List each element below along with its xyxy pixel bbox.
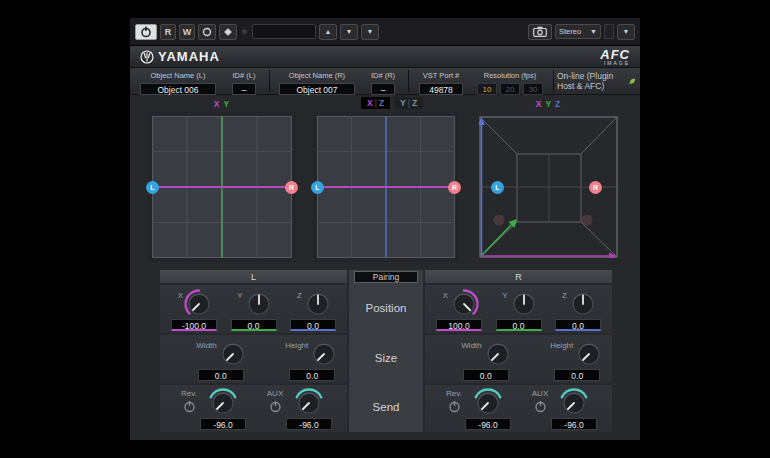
left-height-value[interactable]: 0.0 [289, 369, 335, 381]
width-knob-label: Width [458, 338, 482, 350]
left-width-group: Width 0.0 [186, 338, 256, 381]
plugin-activate-button[interactable] [135, 24, 157, 40]
power-icon[interactable] [534, 400, 547, 413]
resolution-option-20[interactable]: 20 [500, 83, 520, 95]
left-aux-knob[interactable] [293, 387, 325, 419]
left-x-knob[interactable] [183, 288, 215, 320]
leaf-icon [628, 75, 636, 88]
xyz-3d-view-panel[interactable]: L R [475, 112, 622, 262]
left-y-group: Y 0.0 [230, 288, 278, 331]
left-x-value[interactable]: -100.0 [171, 319, 217, 331]
channel-mode-select[interactable]: Stereo ▼ [555, 24, 601, 39]
right-size-row: Width 0.0 Height 0.0 [425, 335, 612, 383]
right-x-value[interactable]: 100.0 [436, 319, 482, 331]
left-y-value[interactable]: 0.0 [231, 319, 277, 331]
power-icon[interactable] [183, 400, 196, 413]
left-height-knob[interactable] [308, 338, 340, 370]
circle-icon [202, 27, 212, 37]
resolution-option-30[interactable]: 30 [523, 83, 543, 95]
afc-image-logo: AFC IMAGE [600, 48, 630, 66]
xz-front-view-panel[interactable]: L R [313, 112, 459, 262]
right-width-knob[interactable] [482, 338, 514, 370]
xy-top-view-panel[interactable]: L R [148, 112, 296, 262]
front-view-tabs: X | Z Y | Z [361, 97, 423, 109]
resolution-options: 10 20 30 [477, 83, 543, 95]
resolution-option-10[interactable]: 10 [477, 83, 497, 95]
diamond-icon [223, 27, 233, 37]
left-rev-knob[interactable] [207, 387, 239, 419]
marker-l-letter: L [315, 184, 319, 191]
right-rev-value[interactable]: -96.0 [465, 418, 511, 430]
preset-menu-button[interactable]: ▼ [361, 24, 379, 40]
x-knob-label: X [173, 288, 183, 300]
left-width-knob[interactable] [217, 338, 249, 370]
snapshot-button[interactable] [528, 24, 552, 40]
aux-knob-label: AUX [532, 389, 548, 398]
preset-name-field[interactable] [252, 24, 316, 39]
compare-button[interactable] [219, 24, 237, 40]
y-knob-label: Y [233, 288, 243, 300]
vst-port-value[interactable]: 49878 [419, 83, 463, 95]
object-name-r-label: Object Name (R) [289, 71, 345, 80]
preset-previous-button[interactable]: ▲ [319, 24, 337, 40]
vst-port-group: VST Port # 49878 [412, 68, 470, 94]
left-z-knob[interactable] [302, 288, 334, 320]
right-aux-value[interactable]: -96.0 [551, 418, 597, 430]
brand-bar: YAMAHA AFC IMAGE [130, 46, 640, 68]
right-width-value[interactable]: 0.0 [463, 369, 509, 381]
left-send-row: Rev. -96.0 AUX -96.0 [160, 385, 347, 432]
power-icon[interactable] [269, 400, 282, 413]
left-column-header: L [160, 270, 347, 283]
object-name-l-value[interactable]: Object 006 [140, 83, 216, 95]
write-automation-button[interactable]: W [179, 24, 195, 40]
resolution-group: Resolution (fps) 10 20 30 [470, 68, 550, 94]
routing-menu-button[interactable]: ▼ [617, 24, 635, 40]
left-rev-group: Rev. -96.0 [178, 387, 246, 430]
empty-slot [604, 24, 614, 39]
read-automation-button[interactable]: R [160, 24, 176, 40]
tab-yz-view[interactable]: Y | Z [394, 97, 423, 109]
right-send-row: Rev. -96.0 AUX -96.0 [425, 385, 612, 432]
divider [553, 70, 554, 92]
left-y-knob[interactable] [243, 288, 275, 320]
z-axis-letter: Z [379, 98, 384, 108]
object-r-marker[interactable]: R [589, 181, 602, 194]
left-rev-value[interactable]: -96.0 [200, 418, 246, 430]
right-height-value[interactable]: 0.0 [554, 369, 600, 381]
right-z-value[interactable]: 0.0 [555, 319, 601, 331]
right-rev-knob[interactable] [472, 387, 504, 419]
marker-r-letter: R [452, 184, 457, 191]
object-name-r-value[interactable]: Object 007 [279, 83, 355, 95]
id-r-value[interactable]: – [371, 83, 395, 95]
left-width-value[interactable]: 0.0 [198, 369, 244, 381]
right-y-value[interactable]: 0.0 [496, 319, 542, 331]
right-y-knob[interactable] [508, 288, 540, 320]
read-label: R [165, 27, 172, 37]
object-r-marker[interactable]: R [285, 181, 298, 194]
y-axis-letter: Y [545, 99, 552, 109]
object-l-marker[interactable]: L [491, 181, 504, 194]
object-name-l-group: Object Name (L) Object 006 [134, 68, 222, 94]
power-icon[interactable] [448, 400, 461, 413]
left-height-group: Height 0.0 [278, 338, 348, 381]
right-aux-group: AUX -96.0 [529, 387, 597, 430]
right-height-knob[interactable] [573, 338, 605, 370]
down-arrow-icon: ▼ [346, 28, 353, 35]
bypass-button[interactable] [198, 24, 216, 40]
left-position-row: X -100.0 Y 0.0 Z 0.0 [160, 285, 347, 333]
left-z-value[interactable]: 0.0 [290, 319, 336, 331]
left-aux-value[interactable]: -96.0 [286, 418, 332, 430]
right-x-knob[interactable] [448, 288, 480, 320]
object-r-marker[interactable]: R [448, 181, 461, 194]
left-x-group: X -100.0 [170, 288, 218, 331]
object-l-marker[interactable]: L [146, 181, 159, 194]
right-aux-knob[interactable] [558, 387, 590, 419]
x-axis-letter: X [214, 99, 221, 109]
id-l-value[interactable]: – [232, 83, 256, 95]
pairing-button[interactable]: Pairing [354, 271, 418, 283]
z-knob-label: Z [557, 288, 567, 300]
object-l-marker[interactable]: L [311, 181, 324, 194]
right-z-knob[interactable] [567, 288, 599, 320]
preset-next-button[interactable]: ▼ [340, 24, 358, 40]
tab-xz-view[interactable]: X | Z [361, 97, 390, 109]
